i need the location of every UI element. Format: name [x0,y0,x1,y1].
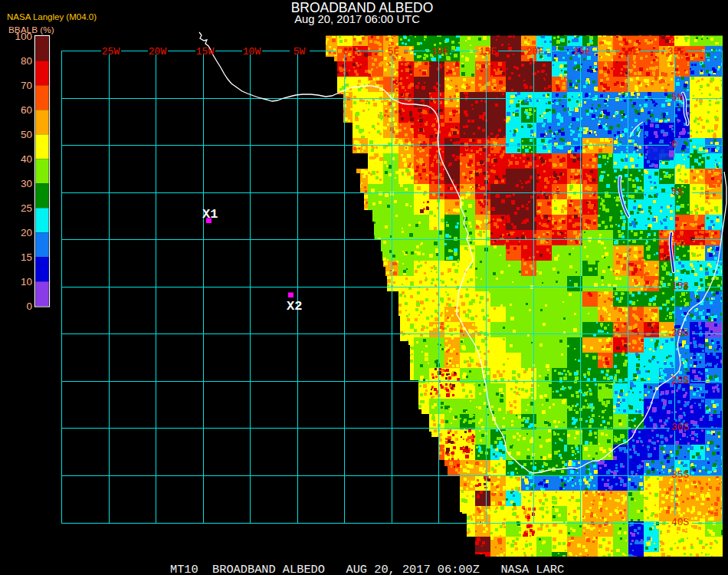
svg-text:X2: X2 [287,299,302,314]
svg-text:5S: 5S [671,186,684,198]
svg-text:80: 80 [21,55,32,67]
svg-text:25E: 25E [573,46,592,58]
svg-text:10S: 10S [671,233,690,245]
svg-text:40S: 40S [671,517,690,528]
svg-text:70: 70 [21,80,32,91]
svg-text:0: 0 [26,301,32,312]
svg-text:5N: 5N [671,92,684,104]
svg-text:15E: 15E [479,46,497,58]
svg-text:25S: 25S [671,375,690,386]
svg-text:15: 15 [21,251,32,263]
svg-text:40: 40 [21,153,32,165]
svg-text:10W: 10W [243,46,261,58]
svg-text:0: 0 [671,139,677,150]
svg-text:10: 10 [21,276,32,288]
svg-text:20E: 20E [526,46,545,58]
svg-text:35E: 35E [667,46,686,58]
svg-text:15W: 15W [196,46,215,58]
svg-text:20W: 20W [149,46,167,58]
svg-text:25W: 25W [102,46,120,58]
svg-text:60: 60 [21,104,32,116]
svg-text:20S: 20S [671,327,690,339]
svg-text:30E: 30E [621,46,639,58]
svg-text:5W: 5W [293,46,306,58]
svg-text:10E: 10E [431,46,450,58]
svg-text:25: 25 [21,202,32,214]
svg-text:20: 20 [21,227,32,238]
svg-text:0: 0 [343,46,349,58]
svg-text:NASA Langley (M04.0): NASA Langley (M04.0) [7,12,97,21]
svg-text:5E: 5E [388,46,400,58]
svg-text:30S: 30S [671,422,690,433]
svg-text:50: 50 [21,129,32,140]
svg-text:MT10 BROADBAND ALBEDO AUG 2: MT10 BROADBAND ALBEDO AUG 20, 2017 06:00… [170,563,564,575]
svg-text:Aug 20, 2017 06:00 UTC: Aug 20, 2017 06:00 UTC [294,13,420,25]
svg-text:15S: 15S [671,281,690,292]
svg-text:BBALB (%): BBALB (%) [8,25,54,35]
svg-text:30: 30 [21,178,32,189]
svg-text:35S: 35S [671,469,690,481]
